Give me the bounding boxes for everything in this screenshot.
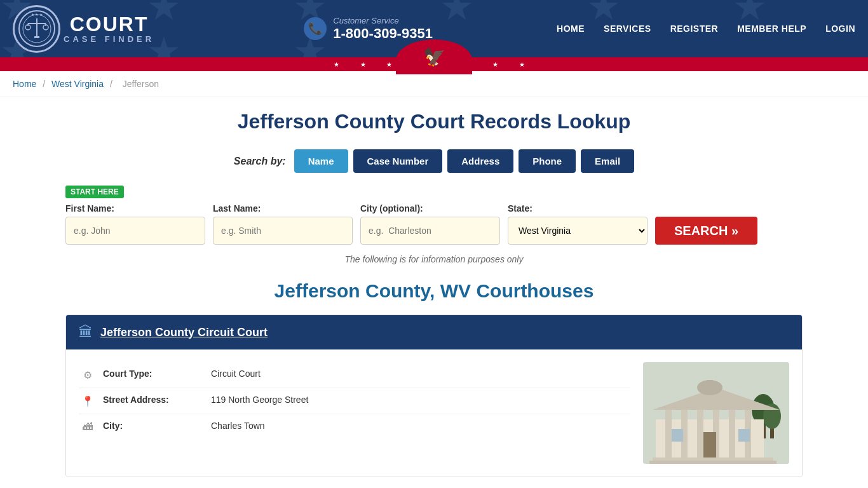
svg-rect-24 [707,380,713,390]
breadcrumb: Home / West Virginia / Jefferson [0,71,868,97]
courthouse-body: ⚙ Court Type: Circuit Court 📍 Street Add… [66,349,802,477]
city-detail-value: Charles Town [211,421,265,431]
courthouse-card: 🏛 Jefferson County Circuit Court ⚙ Court… [65,315,803,477]
search-button[interactable]: SEARCH » [655,217,757,245]
courthouse-header: 🏛 Jefferson County Circuit Court [66,315,802,349]
logo-court-text: COURT [70,14,149,34]
state-label: State: [508,203,648,214]
breadcrumb-state[interactable]: West Virginia [51,79,104,89]
svg-rect-27 [703,432,716,458]
main-content: Jefferson County Court Records Lookup Se… [53,97,815,477]
breadcrumb-home[interactable]: Home [13,79,36,89]
court-type-icon: ⚙ [79,369,97,381]
svg-rect-9 [34,36,39,38]
nav-login[interactable]: LOGIN [825,24,855,34]
search-fields: First Name: Last Name: City (optional): … [65,203,803,245]
detail-row-court-type: ⚙ Court Type: Circuit Court [79,362,630,388]
courthouse-name-link[interactable]: Jefferson County Circuit Court [100,326,268,339]
svg-rect-18 [697,410,703,464]
search-form: START HERE First Name: Last Name: City (… [65,186,803,245]
first-name-input[interactable] [65,217,205,245]
ribbon: 🦅 ★ ★ ★ ★ ★ ★ ★ ★ [0,57,868,71]
logo-area: ★ ★ ★ COURT CASE FINDER [13,5,154,53]
info-note: The following is for information purpose… [65,254,803,264]
phone-icon: 📞 [304,17,327,40]
svg-rect-26 [653,458,773,461]
state-select[interactable]: West Virginia Alabama Alaska Arizona Cal… [508,217,648,245]
courthouses-title: Jefferson County, WV Courthouses [65,280,803,302]
last-name-group: Last Name: [213,203,353,245]
city-detail-label: City: [103,421,205,431]
svg-rect-25 [649,461,776,464]
logo-text-block: COURT CASE FINDER [64,14,154,44]
city-label: City (optional): [360,203,500,214]
svg-rect-29 [738,429,750,442]
last-name-label: Last Name: [213,203,353,214]
customer-service: 📞 Customer Service 1-800-309-9351 [304,16,433,42]
start-here-badge: START HERE [65,186,124,198]
street-value: 119 North George Street [211,395,308,405]
last-name-input[interactable] [213,217,353,245]
nav-home[interactable]: HOME [557,24,585,34]
court-type-value: Circuit Court [211,369,261,379]
page-title: Jefferson County Court Records Lookup [65,110,803,133]
detail-row-city: 🏙 City: Charles Town [79,414,630,439]
cs-label: Customer Service [333,16,433,25]
court-type-label: Court Type: [103,369,205,379]
detail-row-street: 📍 Street Address: 119 North George Stree… [79,388,630,414]
svg-rect-28 [672,429,683,442]
nav-member-help[interactable]: MEMBER HELP [737,24,806,34]
breadcrumb-sep-1: / [43,79,48,89]
main-nav: HOME SERVICES REGISTER MEMBER HELP LOGIN [557,24,855,34]
first-name-label: First Name: [65,203,205,214]
street-icon: 📍 [79,395,97,407]
tab-case-number[interactable]: Case Number [353,149,443,173]
svg-text:★ ★ ★: ★ ★ ★ [31,13,42,17]
eagle-icon: 🦅 [423,46,445,67]
breadcrumb-county: Jefferson [123,79,159,89]
tab-email[interactable]: Email [581,149,634,173]
state-group: State: West Virginia Alabama Alaska Ariz… [508,203,648,245]
logo-emblem: ★ ★ ★ [13,5,60,53]
city-input[interactable] [360,217,500,245]
tab-name[interactable]: Name [294,149,348,173]
cs-text: Customer Service 1-800-309-9351 [333,16,433,42]
svg-rect-16 [665,410,672,464]
tab-address[interactable]: Address [447,149,513,173]
courthouse-image [643,362,789,464]
street-label: Street Address: [103,395,205,405]
courthouse-icon: 🏛 [79,324,93,341]
nav-services[interactable]: SERVICES [604,24,651,34]
first-name-group: First Name: [65,203,205,245]
svg-rect-20 [729,410,735,464]
tab-phone[interactable]: Phone [519,149,576,173]
cs-phone: 1-800-309-9351 [333,25,433,42]
search-by-label: Search by: [234,156,286,167]
nav-register[interactable]: REGISTER [670,24,719,34]
logo-case-finder-text: CASE FINDER [64,34,154,44]
search-by-row: Search by: Name Case Number Address Phon… [65,149,803,173]
breadcrumb-sep-2: / [110,79,115,89]
courthouse-details: ⚙ Court Type: Circuit Court 📍 Street Add… [79,362,630,464]
city-icon: 🏙 [79,421,97,433]
city-group: City (optional): [360,203,500,245]
